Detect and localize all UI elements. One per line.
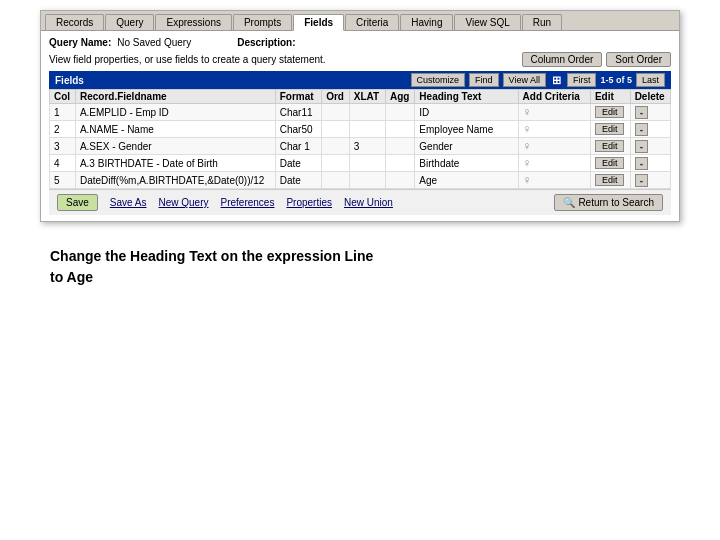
cell-agg xyxy=(385,172,414,189)
cell-edit[interactable]: Edit xyxy=(590,104,630,121)
edit-button[interactable]: Edit xyxy=(595,123,625,135)
cell-criteria: ♀ xyxy=(518,138,590,155)
cell-delete[interactable]: - xyxy=(630,104,670,121)
grid-icon: ⊞ xyxy=(552,74,561,87)
save-button[interactable]: Save xyxy=(57,194,98,211)
criteria-icon[interactable]: ♀ xyxy=(523,173,532,187)
preferences-link[interactable]: Preferences xyxy=(221,197,275,208)
tab-having[interactable]: Having xyxy=(400,14,453,30)
cell-ord xyxy=(322,104,350,121)
cell-col: 4 xyxy=(50,155,76,172)
cell-record: A.EMPLID - Emp ID xyxy=(75,104,275,121)
cell-heading: ID xyxy=(415,104,518,121)
column-order-button[interactable]: Column Order xyxy=(522,52,603,67)
cell-criteria: ♀ xyxy=(518,172,590,189)
criteria-icon[interactable]: ♀ xyxy=(523,156,532,170)
search-icon: 🔍 xyxy=(563,197,575,208)
view-all-button[interactable]: View All xyxy=(503,73,546,87)
sort-order-button[interactable]: Sort Order xyxy=(606,52,671,67)
cell-col: 5 xyxy=(50,172,76,189)
properties-link[interactable]: Properties xyxy=(286,197,332,208)
cell-ord xyxy=(322,138,350,155)
delete-button[interactable]: - xyxy=(635,174,648,187)
cell-edit[interactable]: Edit xyxy=(590,155,630,172)
customize-button[interactable]: Customize xyxy=(411,73,466,87)
tab-prompts[interactable]: Prompts xyxy=(233,14,292,30)
last-button[interactable]: Last xyxy=(636,73,665,87)
criteria-icon[interactable]: ♀ xyxy=(523,122,532,136)
cell-criteria: ♀ xyxy=(518,104,590,121)
cell-heading: Age xyxy=(415,172,518,189)
fields-header-right: Customize Find View All ⊞ First 1-5 of 5… xyxy=(411,73,665,87)
cell-xlat xyxy=(349,155,385,172)
delete-button[interactable]: - xyxy=(635,140,648,153)
edit-button[interactable]: Edit xyxy=(595,140,625,152)
cell-delete[interactable]: - xyxy=(630,155,670,172)
new-union-link[interactable]: New Union xyxy=(344,197,393,208)
query-name-value: No Saved Query xyxy=(117,37,191,48)
instruction-line1: Change the Heading Text on the expressio… xyxy=(50,246,373,267)
edit-button[interactable]: Edit xyxy=(595,174,625,186)
cell-format: Date xyxy=(275,172,321,189)
tab-criteria[interactable]: Criteria xyxy=(345,14,399,30)
nav-count: 1-5 of 5 xyxy=(600,75,632,85)
fields-table: Col Record.Fieldname Format Ord XLAT Agg… xyxy=(49,89,671,189)
cell-record: A.SEX - Gender xyxy=(75,138,275,155)
cell-edit[interactable]: Edit xyxy=(590,172,630,189)
th-col: Col xyxy=(50,90,76,104)
tab-run[interactable]: Run xyxy=(522,14,562,30)
cell-xlat xyxy=(349,121,385,138)
cell-heading: Employee Name xyxy=(415,121,518,138)
delete-button[interactable]: - xyxy=(635,123,648,136)
edit-button[interactable]: Edit xyxy=(595,106,625,118)
main-area: Query Name: No Saved Query Description: … xyxy=(41,31,679,221)
th-format: Format xyxy=(275,90,321,104)
delete-button[interactable]: - xyxy=(635,106,648,119)
table-row: 5DateDiff(%m,A.BIRTHDATE,&Date(0))/12Dat… xyxy=(50,172,671,189)
view-field-text: View field properties, or use fields to … xyxy=(49,54,326,65)
th-delete: Delete xyxy=(630,90,670,104)
instruction-line2: to Age xyxy=(50,267,373,288)
th-criteria: Add Criteria xyxy=(518,90,590,104)
new-query-link[interactable]: New Query xyxy=(159,197,209,208)
criteria-icon[interactable]: ♀ xyxy=(523,105,532,119)
cell-agg xyxy=(385,138,414,155)
cell-format: Char 1 xyxy=(275,138,321,155)
cell-ord xyxy=(322,121,350,138)
table-row: 3A.SEX - GenderChar 13Gender♀Edit- xyxy=(50,138,671,155)
fields-header: Fields Customize Find View All ⊞ First 1… xyxy=(49,71,671,89)
tab-expressions[interactable]: Expressions xyxy=(155,14,231,30)
footer-toolbar: Save Save As New Query Preferences Prope… xyxy=(49,189,671,215)
cell-edit[interactable]: Edit xyxy=(590,121,630,138)
th-ord: Ord xyxy=(322,90,350,104)
tab-fields[interactable]: Fields xyxy=(293,14,344,31)
cell-agg xyxy=(385,104,414,121)
th-heading: Heading Text xyxy=(415,90,518,104)
tab-viewsql[interactable]: View SQL xyxy=(454,14,520,30)
th-xlat: XLAT xyxy=(349,90,385,104)
th-agg: Agg xyxy=(385,90,414,104)
description-label: Description: xyxy=(237,37,295,48)
cell-xlat xyxy=(349,172,385,189)
cell-delete[interactable]: - xyxy=(630,138,670,155)
first-button[interactable]: First xyxy=(567,73,597,87)
th-record: Record.Fieldname xyxy=(75,90,275,104)
tab-query[interactable]: Query xyxy=(105,14,154,30)
table-row: 2A.NAME - NameChar50Employee Name♀Edit- xyxy=(50,121,671,138)
delete-button[interactable]: - xyxy=(635,157,648,170)
tab-records[interactable]: Records xyxy=(45,14,104,30)
return-to-search-button[interactable]: 🔍 Return to Search xyxy=(554,194,663,211)
cell-heading: Birthdate xyxy=(415,155,518,172)
cell-delete[interactable]: - xyxy=(630,172,670,189)
find-button[interactable]: Find xyxy=(469,73,499,87)
cell-col: 1 xyxy=(50,104,76,121)
criteria-icon[interactable]: ♀ xyxy=(523,139,532,153)
outer-container: Records Query Expressions Prompts Fields… xyxy=(0,0,720,540)
save-as-link[interactable]: Save As xyxy=(110,197,147,208)
cell-delete[interactable]: - xyxy=(630,121,670,138)
cell-edit[interactable]: Edit xyxy=(590,138,630,155)
return-to-search-label: Return to Search xyxy=(578,197,654,208)
cell-agg xyxy=(385,155,414,172)
cell-col: 3 xyxy=(50,138,76,155)
edit-button[interactable]: Edit xyxy=(595,157,625,169)
